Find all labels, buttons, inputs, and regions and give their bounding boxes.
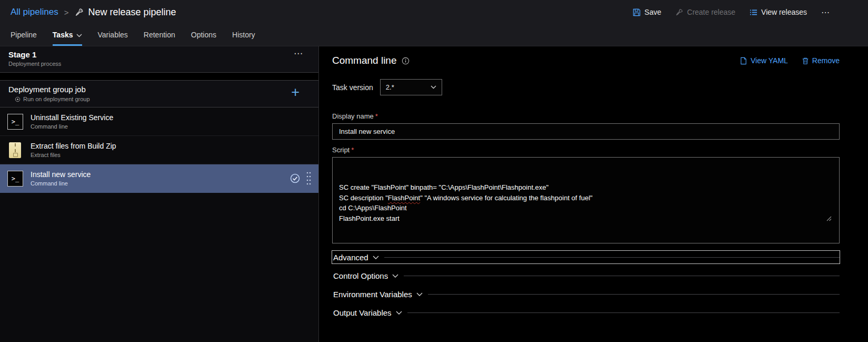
chevron-down-icon [396,311,402,315]
chevron-down-icon [76,34,82,37]
task-row-extract-files[interactable]: Extract files from Build Zip Extract fil… [0,136,318,164]
tab-retention[interactable]: Retention [144,24,175,46]
info-icon[interactable] [402,57,410,65]
task-subtitle: Command line [31,180,290,187]
tab-history-label: History [232,31,255,39]
display-name-label-text: Display name [332,112,374,120]
tab-tasks-label: Tasks [53,31,73,39]
page-title: New release pipeline [88,7,176,18]
section-control-options[interactable]: Control Options [332,269,840,282]
tab-history[interactable]: History [232,24,255,46]
script-line: SC description "FlashPoint" "A windows s… [339,193,833,203]
section-divider [428,294,840,295]
job-subtitle: Run on deployment group [8,96,311,102]
section-label-text: Environment Variables [333,290,412,299]
chevron-down-icon [373,256,379,260]
create-release-label: Create release [687,8,735,16]
more-actions-button[interactable]: ⋯ [821,7,830,17]
panel-gap [0,73,318,80]
task-version-label: Task version [332,83,373,92]
script-editor[interactable]: SC create "FlashPoint" binpath= "C:\Apps… [332,157,840,243]
script-line: FlashPoint.exe start [339,213,833,224]
required-asterisk: * [351,146,354,154]
topbar-actions: Save Create release View releases ⋯ [633,7,868,17]
deployment-group-icon [15,96,21,102]
task-texts: Uninstall Existing Service Command line [31,113,311,130]
script-line: SC create "FlashPoint" binpath= "C:\Apps… [339,182,833,193]
script-label: Script* [332,146,840,154]
task-type-title: Command line [332,55,410,66]
tab-options[interactable]: Options [191,24,216,46]
task-enabled-check-icon[interactable] [290,173,300,183]
task-version-row: Task version 2.* [332,79,840,95]
remove-label: Remove [812,56,840,65]
task-version-select[interactable]: 2.* [380,79,442,95]
required-asterisk: * [375,112,378,120]
release-pipeline-icon [75,8,84,17]
resize-grip-icon[interactable] [826,196,838,242]
section-divider [384,257,840,258]
breadcrumb-all-pipelines[interactable]: All pipelines [11,7,58,17]
stage-title: Stage 1 [8,50,311,59]
tab-variables[interactable]: Variables [98,24,128,46]
task-detail-panel: Command line View YAML Remove Task versi… [320,46,868,342]
view-yaml-label: View YAML [751,56,788,65]
tab-pipeline[interactable]: Pipeline [11,24,37,46]
misspelled-word: FlashPoint [388,194,420,202]
section-output-variables[interactable]: Output Variables [332,306,840,319]
stage-tasks-panel: Stage 1 Deployment process ⋯ Deployment … [0,46,319,342]
stage-subtitle: Deployment process [8,61,311,67]
tab-variables-label: Variables [98,31,128,39]
section-environment-variables-label: Environment Variables [332,290,423,299]
chevron-down-icon [392,274,398,278]
view-yaml-button[interactable]: View YAML [740,56,788,65]
task-type-title-label: Command line [332,55,397,66]
save-icon [633,8,641,16]
trash-icon [802,57,809,65]
task-texts: Install new service Command line [31,170,290,187]
task-version-value: 2.* [386,83,394,91]
task-texts: Extract files from Build Zip Extract fil… [31,142,311,158]
create-release-button[interactable]: Create release [675,8,735,16]
drag-handle[interactable] [306,171,311,185]
section-label-text: Output Variables [333,308,392,317]
add-task-button[interactable]: + [291,85,300,100]
view-releases-label: View releases [761,8,807,16]
task-subtitle: Command line [31,123,311,130]
section-advanced[interactable]: Advanced [332,251,840,263]
section-environment-variables[interactable]: Environment Variables [332,288,840,300]
tab-tasks[interactable]: Tasks [53,24,82,46]
tab-retention-label: Retention [144,31,175,39]
script-line: cd C:\Apps\FlashPoint [339,203,833,213]
list-icon [750,8,757,16]
script-label-text: Script [332,146,350,154]
rocket-icon [675,8,683,16]
section-label-text: Control Options [333,271,388,280]
section-label-text: Advanced [333,253,368,262]
remove-task-button[interactable]: Remove [802,56,840,65]
view-releases-button[interactable]: View releases [750,8,807,16]
chevron-down-icon [416,292,423,297]
task-title: Install new service [31,170,290,179]
deployment-group-job-header[interactable]: Deployment group job Run on deployment g… [0,80,318,108]
command-line-icon: >_ [7,171,23,187]
chevron-down-icon [431,85,436,89]
task-title: Extract files from Build Zip [31,142,311,150]
section-divider [407,312,840,313]
section-divider [404,276,840,276]
task-row-uninstall-existing-service[interactable]: >_ Uninstall Existing Service Command li… [0,108,318,136]
task-row-install-new-service[interactable]: >_ Install new service Command line [0,164,318,193]
stage-header[interactable]: Stage 1 Deployment process ⋯ [0,46,318,73]
stage-more-button[interactable]: ⋯ [294,48,304,59]
section-advanced-label: Advanced [332,253,379,262]
display-name-label: Display name* [332,112,840,120]
tab-options-label: Options [191,31,216,39]
display-name-input[interactable] [332,123,840,140]
job-title: Deployment group job [8,85,311,94]
top-command-bar: All pipelines > New release pipeline Sav… [0,0,868,24]
save-button[interactable]: Save [633,8,661,16]
command-line-icon: >_ [7,114,23,130]
task-subtitle: Extract files [31,152,311,158]
tab-pipeline-label: Pipeline [11,31,37,39]
zip-file-icon [9,142,21,158]
